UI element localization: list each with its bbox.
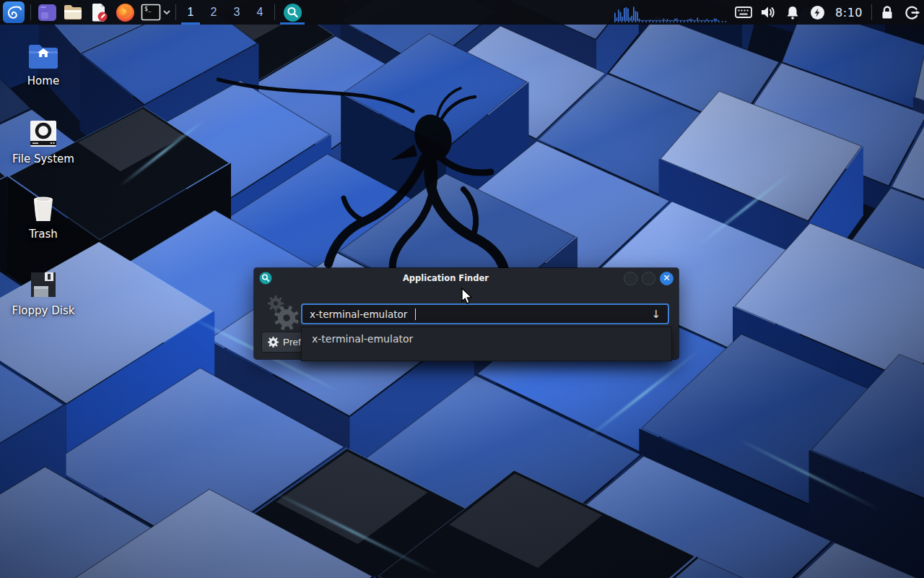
search-input[interactable]: x-terminal-emulator ↓ <box>301 303 669 324</box>
workspace-1[interactable]: 1 <box>179 0 202 25</box>
firefox-icon <box>116 3 135 22</box>
desktop-icon-trash[interactable]: Trash <box>9 194 78 241</box>
completion-popup: x-terminal-emulator <box>301 327 672 361</box>
logout-icon[interactable] <box>899 0 924 25</box>
cpu-graph[interactable] <box>613 0 730 25</box>
panel-separator <box>274 4 275 20</box>
file-manager-launcher[interactable] <box>60 0 86 25</box>
workspace-2-label: 2 <box>211 6 217 19</box>
maximize-button[interactable] <box>642 272 655 285</box>
applications-menu-button[interactable] <box>0 0 27 25</box>
workspace-4[interactable]: 4 <box>248 0 271 25</box>
completion-item[interactable]: x-terminal-emulator <box>302 327 671 350</box>
kali-dragon-silhouette <box>217 51 563 296</box>
notifications-bell-icon[interactable] <box>780 0 805 25</box>
desktop-icon-home[interactable]: Home <box>9 42 78 87</box>
top-panel: $_ 1 2 3 4 <box>0 0 924 25</box>
minimize-button[interactable] <box>624 272 637 285</box>
folder-icon <box>63 4 83 21</box>
window-icon <box>38 3 57 22</box>
svg-text:$_: $_ <box>144 6 152 12</box>
workspace-active-underline <box>181 22 200 25</box>
terminal-icon: $_ <box>141 4 161 21</box>
firefox-launcher[interactable] <box>112 0 138 25</box>
gear-icon <box>268 337 279 348</box>
workspace-1-label: 1 <box>188 6 194 19</box>
lock-screen-icon[interactable] <box>875 0 899 25</box>
desktop-icon-label: Home <box>27 74 59 87</box>
workspace-4-label: 4 <box>257 6 263 19</box>
home-folder-icon <box>27 42 60 71</box>
mouse-cursor <box>460 288 474 306</box>
terminal-launcher[interactable]: $_ <box>138 0 164 25</box>
keyboard-indicator-icon[interactable] <box>731 0 756 25</box>
desktop-icon-label: Floppy Disk <box>12 304 75 317</box>
workspace-3-label: 3 <box>234 6 240 19</box>
titlebar[interactable]: Application Finder ✕ <box>254 268 679 288</box>
text-editor-launcher[interactable] <box>86 0 112 25</box>
taskbar-application-finder-button[interactable] <box>278 0 307 25</box>
desktop-icon-floppy-disk[interactable]: Floppy Disk <box>9 269 78 317</box>
show-desktop-launcher[interactable] <box>34 0 60 25</box>
dropdown-arrow-icon[interactable]: ↓ <box>651 308 661 321</box>
desktop-icon-label: Trash <box>29 228 58 241</box>
window-icon-search <box>259 272 272 285</box>
text-caret <box>415 309 416 320</box>
workspace-3[interactable]: 3 <box>225 0 248 25</box>
taskbar-active-underline <box>280 22 305 25</box>
volume-icon[interactable] <box>756 0 780 25</box>
search-input-value: x-terminal-emulator <box>310 309 407 320</box>
panel-separator <box>871 4 872 20</box>
app-finder-icon <box>283 3 302 22</box>
document-icon <box>90 3 108 22</box>
power-manager-icon[interactable] <box>805 0 829 25</box>
panel-separator <box>175 4 176 20</box>
workspace-2[interactable]: 2 <box>202 0 225 25</box>
panel-separator <box>30 4 31 20</box>
file-system-drive-icon <box>28 118 58 149</box>
chevron-down-icon[interactable] <box>161 0 173 25</box>
floppy-disk-icon <box>27 269 59 301</box>
desktop: $_ 1 2 3 4 <box>0 0 924 578</box>
window-title: Application Finder <box>272 273 619 283</box>
clock[interactable]: 8:10 <box>829 6 868 20</box>
desktop-icon-file-system[interactable]: File System <box>9 118 78 165</box>
kali-logo-icon <box>3 1 25 23</box>
desktop-icon-label: File System <box>12 152 74 165</box>
application-finder-gears-icon <box>267 294 302 332</box>
trash-icon <box>28 194 58 224</box>
application-finder-window: Application Finder ✕ x-terminal-emulator… <box>254 268 679 359</box>
close-button[interactable]: ✕ <box>660 272 674 285</box>
